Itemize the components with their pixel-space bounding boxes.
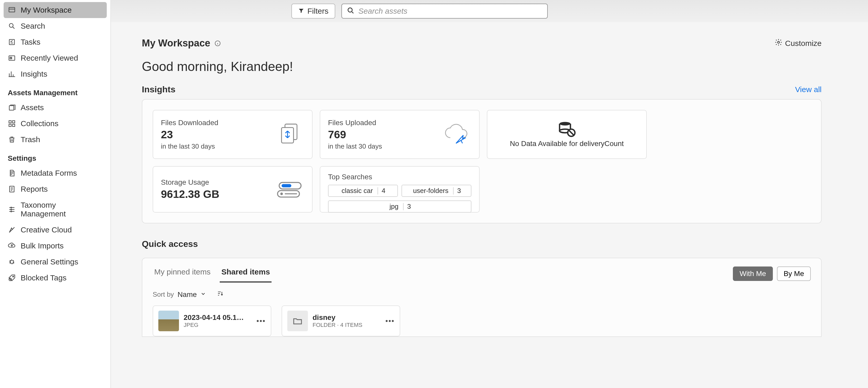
sidebar-item-bulk-imports[interactable]: Bulk Imports <box>4 238 107 254</box>
tab-my-pinned-items[interactable]: My pinned items <box>153 265 212 282</box>
sidebar-item-recently-viewed[interactable]: Recently Viewed <box>4 50 107 66</box>
main-area: Filters My Workspace <box>111 0 868 388</box>
sidebar-item-search[interactable]: Search <box>4 18 107 34</box>
card-value: 23 <box>161 128 218 141</box>
sidebar-item-my-workspace[interactable]: My Workspace <box>4 2 107 18</box>
svg-point-12 <box>11 209 12 210</box>
insights-title: Insights <box>142 84 175 94</box>
sidebar-item-reports[interactable]: Reports <box>4 181 107 197</box>
customize-label: Customize <box>785 39 822 48</box>
asset-thumbnail <box>158 310 179 331</box>
sidebar-item-label: Creative Cloud <box>21 226 72 234</box>
search-chip[interactable]: jpg 3 <box>328 201 471 213</box>
svg-rect-9 <box>12 124 15 127</box>
greeting: Good morning, Kirandeep! <box>126 59 837 74</box>
chip-count: 3 <box>404 203 414 210</box>
card-sub: in the last 30 days <box>328 142 382 150</box>
card-top-searches: Top Searches classic car 4 user-folders … <box>320 166 479 213</box>
svg-rect-6 <box>9 121 11 123</box>
view-all-link[interactable]: View all <box>795 85 822 94</box>
tab-shared-items[interactable]: Shared items <box>220 265 271 282</box>
sidebar-item-tasks[interactable]: Tasks <box>4 34 107 50</box>
sidebar-item-label: General Settings <box>21 258 78 266</box>
insights-panel: Files Downloaded 23 in the last 30 days <box>142 99 822 223</box>
card-files-uploaded: Files Uploaded 769 in the last 30 days <box>320 110 479 159</box>
search-input[interactable] <box>359 7 542 16</box>
more-icon[interactable]: ••• <box>385 317 395 325</box>
sidebar-item-label: My Workspace <box>21 6 72 14</box>
svg-point-1 <box>9 24 13 27</box>
tasks-icon <box>8 38 16 46</box>
by-me-button[interactable]: By Me <box>777 267 811 281</box>
info-icon[interactable] <box>214 40 221 47</box>
download-files-icon <box>276 121 304 147</box>
chip-count: 3 <box>454 187 464 195</box>
insights-icon <box>8 70 16 78</box>
page-title: My Workspace <box>142 38 210 49</box>
storage-drive-icon <box>276 176 304 202</box>
svg-rect-8 <box>9 124 11 127</box>
sidebar-item-metadata-forms[interactable]: Metadata Forms <box>4 165 107 181</box>
svg-rect-5 <box>9 106 14 111</box>
chevron-down-icon[interactable] <box>200 291 206 298</box>
sidebar-item-assets[interactable]: Assets <box>4 99 107 116</box>
blocked-icon <box>8 274 16 282</box>
search-chip[interactable]: classic car 4 <box>328 185 398 197</box>
sort-value[interactable]: Name <box>178 291 197 299</box>
svg-rect-7 <box>12 121 15 123</box>
sort-direction-icon[interactable] <box>217 290 224 299</box>
filters-button[interactable]: Filters <box>291 4 335 19</box>
svg-point-27 <box>281 193 282 195</box>
customize-button[interactable]: Customize <box>775 38 822 48</box>
asset-meta: JPEG <box>184 322 252 328</box>
sidebar-item-label: Search <box>21 22 45 30</box>
collections-icon <box>8 119 16 128</box>
sidebar-item-label: Tasks <box>21 38 40 47</box>
card-value: 769 <box>328 128 382 141</box>
sidebar-item-collections[interactable]: Collections <box>4 116 107 131</box>
asset-meta: FOLDER · 4 ITEMS <box>313 322 381 328</box>
sidebar-item-label: Blocked Tags <box>21 273 66 282</box>
asset-card[interactable]: 2023-04-14 05.1… JPEG ••• <box>153 305 271 336</box>
sidebar-item-creative-cloud[interactable]: Creative Cloud <box>4 222 107 238</box>
topbar: Filters <box>111 0 868 22</box>
creative-icon <box>8 226 16 234</box>
asset-card[interactable]: disney FOLDER · 4 ITEMS ••• <box>282 305 400 336</box>
sidebar-item-trash[interactable]: Trash <box>4 131 107 148</box>
sidebar-item-label: Reports <box>21 185 48 193</box>
metadata-icon <box>8 169 16 177</box>
quick-access-panel: My pinned items Shared items With Me By … <box>142 258 822 337</box>
svg-point-18 <box>778 41 780 43</box>
chip-term: classic car <box>337 187 377 195</box>
reports-icon <box>8 185 16 193</box>
more-icon[interactable]: ••• <box>256 317 266 325</box>
asset-name: disney <box>313 314 381 322</box>
assets-icon <box>8 103 16 112</box>
bulk-icon <box>8 242 16 250</box>
sidebar-item-taxonomy[interactable]: Taxonomy Management <box>4 197 107 222</box>
workspace-icon <box>8 6 16 14</box>
sidebar-heading-assets: Assets Management <box>4 82 107 99</box>
taxonomy-icon <box>8 205 16 214</box>
svg-point-14 <box>12 276 14 277</box>
search-icon <box>347 7 354 15</box>
search-box[interactable] <box>341 4 548 19</box>
sidebar-item-label: Assets <box>21 103 44 112</box>
sidebar-item-label: Trash <box>21 135 40 144</box>
customize-icon <box>775 38 782 48</box>
sidebar-item-label: Bulk Imports <box>21 241 64 250</box>
asset-thumbnail <box>287 310 308 331</box>
sidebar-item-label: Taxonomy Management <box>21 201 103 218</box>
sidebar-item-label: Recently Viewed <box>21 54 78 62</box>
card-storage-usage: Storage Usage 9612.38 GB <box>153 166 313 213</box>
trash-icon <box>8 136 16 144</box>
sidebar-item-insights[interactable]: Insights <box>4 66 107 82</box>
sort-by-label: Sort by <box>153 291 174 298</box>
with-me-button[interactable]: With Me <box>733 267 773 281</box>
sidebar-item-blocked-tags[interactable]: Blocked Tags <box>4 270 107 286</box>
sidebar-item-label: Metadata Forms <box>21 169 77 178</box>
search-chip[interactable]: user-folders 3 <box>402 185 471 197</box>
svg-point-13 <box>11 211 12 212</box>
sidebar-item-general-settings[interactable]: General Settings <box>4 254 107 270</box>
card-value: 9612.38 GB <box>161 188 219 201</box>
